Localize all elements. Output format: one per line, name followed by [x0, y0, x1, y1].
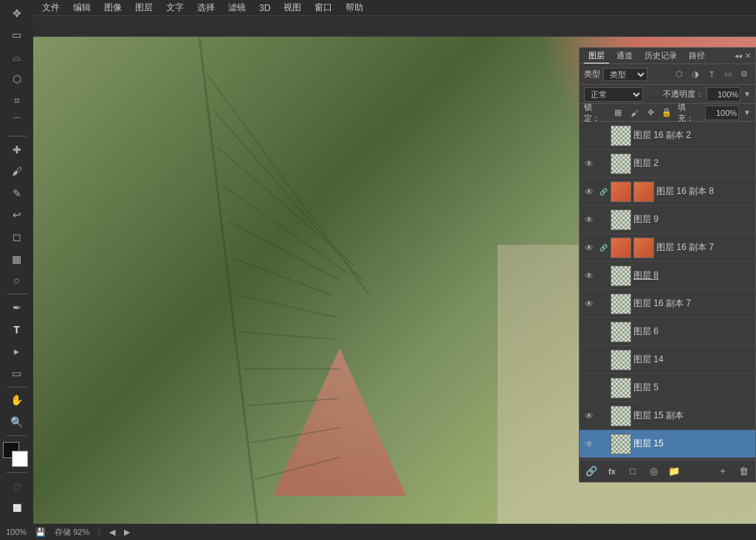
layer-visibility-toggle[interactable]	[583, 381, 596, 395]
layer-visibility-toggle[interactable]	[583, 353, 596, 367]
fill-input[interactable]	[705, 105, 739, 120]
lock-transparent-icon[interactable]: ▦	[611, 106, 625, 120]
tool-eraser[interactable]: ◻	[5, 226, 29, 247]
layer-row[interactable]: 👁图层 2	[580, 150, 755, 178]
tool-zoom[interactable]: 🔍	[5, 412, 29, 432]
menu-window[interactable]: 窗口	[309, 0, 338, 15]
lock-paint-icon[interactable]: 🖌	[628, 106, 641, 120]
tab-history[interactable]: 历史记录	[640, 49, 681, 63]
layers-list[interactable]: 图层 16 副本 2👁图层 2👁🔗图层 16 副本 8👁图层 9👁🔗图层 16 …	[580, 122, 755, 460]
menu-type[interactable]: 文字	[160, 0, 190, 15]
layer-row[interactable]: 图层 14	[580, 346, 755, 374]
layer-name-label: 图层 16 副本 7	[656, 241, 752, 254]
menu-layer[interactable]: 图层	[129, 0, 159, 15]
tab-channels[interactable]: 通道	[612, 49, 637, 63]
layer-visibility-toggle[interactable]	[583, 129, 596, 142]
link-layers-button[interactable]: 🔗	[583, 463, 600, 480]
blend-mode-select[interactable]: 正常	[584, 87, 643, 102]
tool-crop[interactable]: ⌗	[5, 91, 29, 111]
layer-visibility-toggle[interactable]: 👁	[583, 241, 596, 255]
menu-select[interactable]: 选择	[191, 0, 221, 15]
nav-left-button[interactable]: ◀	[109, 527, 115, 537]
tool-brush[interactable]: 🖌	[5, 161, 29, 181]
color-swatches[interactable]	[3, 442, 31, 469]
add-style-button[interactable]: fx	[603, 463, 621, 480]
filter-smart-icon[interactable]: ⚙	[738, 68, 751, 81]
lock-all-icon[interactable]: 🔒	[660, 106, 673, 120]
opacity-arrow[interactable]: ▼	[743, 90, 751, 98]
tool-healing[interactable]: ✚	[5, 139, 29, 160]
layer-row[interactable]: 图层 5	[580, 374, 755, 402]
new-group-button[interactable]: 📁	[665, 463, 683, 480]
layer-visibility-toggle[interactable]: 👁	[583, 213, 596, 226]
opacity-input[interactable]	[707, 87, 740, 102]
tool-gradient[interactable]: ▦	[5, 249, 29, 269]
tool-path-select[interactable]: ▸	[5, 341, 29, 361]
add-adjustment-button[interactable]: ◎	[645, 463, 662, 480]
layer-visibility-toggle[interactable]: 👁	[583, 269, 596, 283]
tool-text[interactable]: T	[5, 319, 29, 340]
menu-file[interactable]: 文件	[36, 0, 66, 15]
tool-quickmask[interactable]: ⬚	[5, 476, 29, 496]
layer-row[interactable]: 👁图层 16 副本 7	[580, 290, 755, 318]
toolbar-divider-1	[7, 136, 27, 136]
tool-clone[interactable]: ✎	[5, 183, 29, 204]
lock-move-icon[interactable]: ✥	[644, 106, 657, 120]
layer-visibility-toggle[interactable]: 👁	[583, 297, 596, 311]
layer-row[interactable]: 👁图层 15 副本	[580, 402, 755, 430]
tab-layers[interactable]: 图层	[584, 49, 609, 63]
fill-arrow[interactable]: ▼	[743, 108, 751, 117]
layer-row[interactable]: 👁图层 15	[580, 430, 755, 458]
layer-link-icon	[598, 269, 608, 283]
background-color[interactable]	[12, 451, 28, 467]
layer-visibility-toggle[interactable]: 👁	[583, 409, 596, 423]
menu-filter[interactable]: 滤镜	[222, 0, 252, 15]
layer-row[interactable]: 👁🔗图层 16 副本 8	[580, 178, 755, 206]
layer-thumbnail	[611, 210, 631, 230]
tool-pen[interactable]: ✒	[5, 297, 29, 318]
tool-history-brush[interactable]: ↩	[5, 205, 29, 226]
layer-visibility-toggle[interactable]	[583, 325, 596, 339]
layer-row[interactable]: 👁图层 8	[580, 262, 755, 290]
options-bar	[33, 16, 756, 37]
layer-visibility-toggle[interactable]: 👁	[583, 157, 596, 170]
tool-hand[interactable]: ✋	[5, 390, 29, 411]
filter-type-select[interactable]: 类型	[603, 68, 647, 81]
tool-lasso[interactable]: ⌓	[5, 46, 29, 67]
panel-close-icon[interactable]: ✕	[745, 52, 751, 60]
filter-adjust-icon[interactable]: ◑	[689, 68, 702, 81]
layer-row[interactable]: 👁🔗图层 16 副本 7	[580, 234, 755, 262]
tool-move[interactable]: ✥	[5, 3, 29, 24]
layer-row[interactable]: 👁图层 9	[580, 206, 755, 234]
menu-view[interactable]: 视图	[278, 0, 307, 15]
lock-row: 锁定： ▦ 🖌 ✥ 🔒 填充： ▼	[580, 104, 755, 122]
menu-help[interactable]: 帮助	[340, 0, 369, 15]
menu-edit[interactable]: 编辑	[67, 0, 97, 15]
layer-name-label: 图层 16 副本 2	[633, 129, 752, 142]
layer-name-label: 图层 16 副本 7	[633, 297, 752, 310]
layer-row[interactable]: 图层 16 副本 2	[580, 122, 755, 150]
tool-shape[interactable]: ▭	[5, 363, 29, 384]
layer-name-label: 图层 9	[633, 213, 752, 226]
filter-type-icon[interactable]: T	[705, 68, 718, 81]
menu-image[interactable]: 图像	[98, 0, 128, 15]
tool-screen-mode[interactable]: ⬜	[5, 498, 29, 519]
tab-paths[interactable]: 路径	[684, 49, 709, 63]
tool-dodge[interactable]: ○	[5, 270, 29, 291]
add-mask-button[interactable]: □	[624, 463, 642, 480]
layer-name-label: 图层 8	[633, 269, 752, 282]
filter-pixel-icon[interactable]: ⬡	[673, 68, 686, 81]
menu-3d[interactable]: 3D	[253, 1, 276, 15]
tool-eyedropper[interactable]: ⌒	[5, 112, 29, 133]
tool-quick-select[interactable]: ⬡	[5, 69, 29, 89]
layer-visibility-toggle[interactable]: 👁	[583, 185, 596, 198]
nav-right-button[interactable]: ▶	[124, 527, 130, 537]
layer-visibility-toggle[interactable]: 👁	[583, 437, 596, 451]
panel-collapse-icon[interactable]: ◂◂	[735, 52, 742, 60]
new-layer-button[interactable]: +	[714, 463, 732, 480]
layers-panel: 图层 通道 历史记录 路径 ◂◂ ✕ 类型 类型 ⬡ ◑ T ▭ ⚙ 正常 不透…	[579, 47, 756, 482]
delete-layer-button[interactable]: 🗑	[735, 463, 752, 480]
layer-row[interactable]: 图层 6	[580, 318, 755, 346]
filter-shape-icon[interactable]: ▭	[721, 68, 735, 81]
tool-marquee[interactable]: ▭	[5, 25, 29, 46]
